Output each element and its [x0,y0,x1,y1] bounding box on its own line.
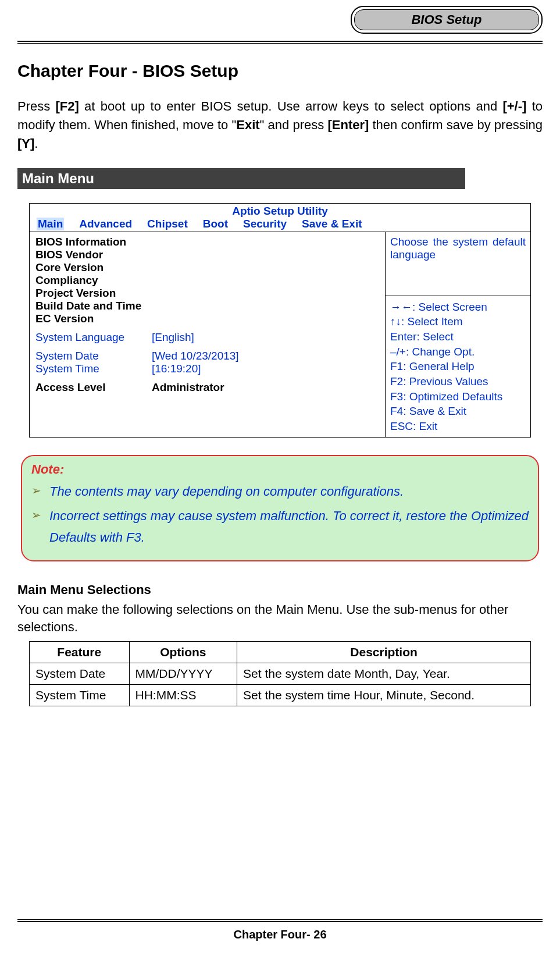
intro-text: Press [17,99,56,113]
selections-heading: Main Menu Selections [17,582,543,598]
bios-setting-value: [16:19:20] [152,362,201,375]
bios-key-help: →←: Select Screen ↑↓: Select Item Enter:… [386,296,530,438]
cell-description: Set the system date Month, Day, Year. [237,663,531,685]
bios-tab-main: Main [37,218,64,230]
bios-tab-advanced: Advanced [79,218,132,230]
bios-tab-bar: Main Advanced Chipset Boot Security Save… [30,218,530,232]
bios-left-pane: BIOS Information BIOS Vendor Core Versio… [30,232,385,438]
bios-setting-value: [English] [152,331,194,344]
bios-info-label: Project Version [35,287,379,300]
bullet-icon: ➢ [31,505,41,549]
bios-setting-label: System Time [35,362,152,375]
note-text: Incorrect settings may cause system malf… [49,505,529,549]
selections-text: You can make the following selections on… [17,601,543,637]
chapter-title: Chapter Four - BIOS Setup [17,61,543,81]
bios-key-line: →←: Select Screen [390,300,526,315]
bios-tab-security: Security [243,218,287,230]
table-header-options: Options [129,642,237,663]
bios-info-label: BIOS Information [35,236,379,248]
cell-description: Set the system time Hour, Minute, Second… [237,685,531,706]
cell-feature: System Date [30,663,130,685]
bios-screenshot-box: Aptio Setup Utility Main Advanced Chipse… [29,203,531,438]
header-badge: BIOS Setup [354,9,539,30]
header-badge-outer: BIOS Setup [351,6,543,34]
note-item: ➢ The contents may vary depending on com… [31,481,529,502]
table-header-row: Feature Options Description [30,642,531,663]
intro-text: at boot up to enter BIOS setup. Use arro… [79,99,503,113]
bios-key-line: Enter: Select [390,329,526,344]
key-y: [Y] [17,136,34,151]
bios-key-line: F3: Optimized Defaults [390,389,526,404]
note-box: Note: ➢ The contents may vary depending … [21,455,539,561]
bios-setting-row: System Language [English] [35,331,379,344]
bios-setting-value: [Wed 10/23/2013] [152,350,239,362]
bios-info-label: EC Version [35,312,379,325]
bios-access-value: Administrator [152,381,224,394]
bios-setting-row: System Time [16:19:20] [35,362,379,375]
bios-setting-label: System Date [35,350,152,362]
bios-key-line: F4: Save & Exit [390,404,526,419]
key-plus-minus: [+/-] [502,99,526,113]
page-footer: Chapter Four- 26 [0,919,560,941]
footer-page-number: Chapter Four- 26 [0,928,560,941]
bios-access-row: Access Level Administrator [35,381,379,394]
intro-text: . [34,136,38,151]
bios-info-label: Core Version [35,261,379,274]
table-header-feature: Feature [30,642,130,663]
intro-text: " and press [260,118,328,132]
footer-rule-thin [17,919,543,920]
bios-tab-boot: Boot [203,218,228,230]
bios-utility-title: Aptio Setup Utility [30,204,530,218]
bios-tab-chipset: Chipset [147,218,188,230]
note-text: The contents may vary depending on compu… [49,481,404,502]
key-enter: [Enter] [327,118,369,132]
bios-key-line: ↑↓: Select Item [390,314,526,329]
bios-setting-label: System Language [35,331,152,344]
header-rule-thick [17,41,543,42]
section-heading-main-menu: Main Menu [17,168,465,189]
bios-help-text: Choose the system default language [386,232,530,296]
bios-right-pane: Choose the system default language →←: S… [385,232,530,438]
bios-setting-row: System Date [Wed 10/23/2013] [35,350,379,362]
bios-tab-save-exit: Save & Exit [302,218,362,230]
note-title: Note: [31,462,529,477]
cell-options: MM/DD/YYYY [129,663,237,685]
cell-feature: System Time [30,685,130,706]
header-rule-thin [17,43,543,44]
note-item: ➢ Incorrect settings may cause system ma… [31,505,529,549]
bios-access-label: Access Level [35,381,152,394]
intro-text: then confirm save by pressing [369,118,543,132]
selections-table: Feature Options Description System Date … [29,641,531,706]
bios-key-line: F1: General Help [390,359,526,374]
bios-key-line: –/+: Change Opt. [390,344,526,360]
footer-rule-thick [17,921,543,922]
bios-info-label: Compliancy [35,274,379,287]
cell-options: HH:MM:SS [129,685,237,706]
key-f2: [F2] [56,99,79,113]
bios-info-label: Build Date and Time [35,300,379,312]
key-exit: Exit [236,118,259,132]
bullet-icon: ➢ [31,481,41,502]
bios-info-label: BIOS Vendor [35,248,379,261]
table-row: System Date MM/DD/YYYY Set the system da… [30,663,531,685]
bios-key-line: F2: Previous Values [390,374,526,389]
table-header-description: Description [237,642,531,663]
intro-paragraph: Press [F2] at boot up to enter BIOS setu… [17,97,543,153]
table-row: System Time HH:MM:SS Set the system time… [30,685,531,706]
page-header: BIOS Setup [17,0,543,34]
bios-key-line: ESC: Exit [390,419,526,434]
